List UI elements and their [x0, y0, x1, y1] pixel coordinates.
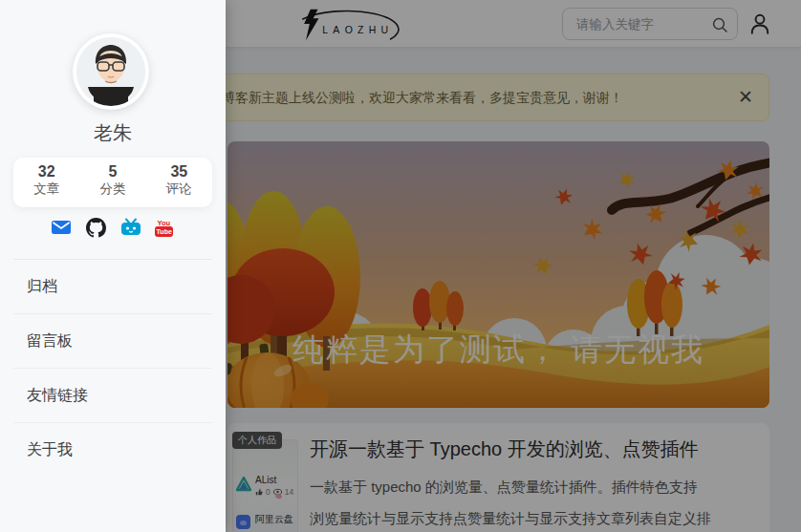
- social-links: You Tube: [0, 218, 226, 237]
- email-icon[interactable]: [52, 218, 71, 237]
- avatar: [73, 33, 149, 110]
- sidebar-item-guestbook[interactable]: 留言板: [13, 314, 212, 369]
- svg-text:You: You: [158, 219, 171, 227]
- stats-card: 32 文章 5 分类 35 评论: [13, 158, 212, 207]
- svg-text:Tube: Tube: [157, 228, 172, 235]
- stat-posts: 32 文章: [13, 158, 79, 207]
- username: 老朱: [0, 120, 226, 146]
- github-icon[interactable]: [86, 218, 105, 237]
- youtube-icon[interactable]: You Tube: [155, 218, 174, 237]
- avatar-illustration: [76, 37, 145, 106]
- sidebar-item-about[interactable]: 关于我: [13, 423, 212, 478]
- sidebar-item-archives[interactable]: 归档: [13, 260, 212, 314]
- sidebar-item-links[interactable]: 友情链接: [13, 369, 212, 423]
- stat-comments: 35 评论: [146, 158, 212, 207]
- stat-categories: 5 分类: [79, 158, 145, 207]
- sidebar-menu: 归档 留言板 友情链接 关于我: [13, 260, 212, 478]
- bilibili-icon[interactable]: [120, 218, 140, 237]
- sidebar-drawer: 老朱 32 文章 5 分类 35 评论: [0, 0, 226, 532]
